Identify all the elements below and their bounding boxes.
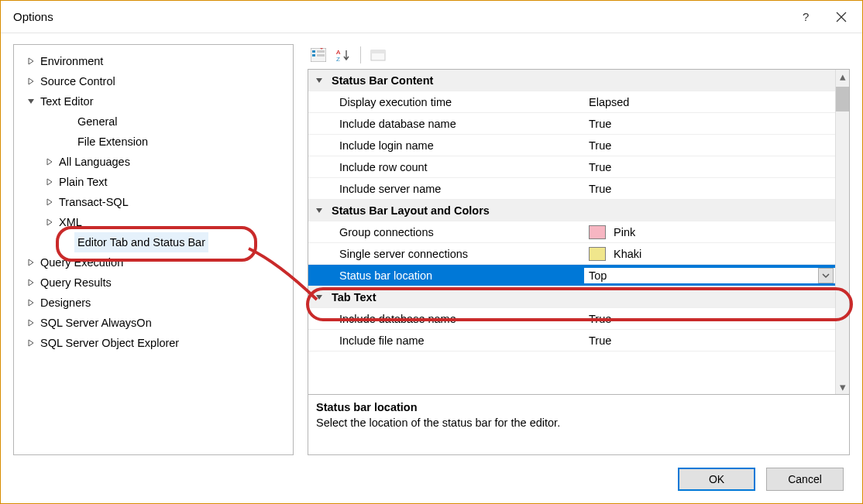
property-row[interactable]: Status bar locationTop	[308, 265, 835, 286]
dialog-body: EnvironmentSource ControlText EditorGene…	[1, 33, 862, 455]
property-name: Display execution time	[330, 96, 584, 108]
property-row[interactable]: Include row countTrue	[308, 156, 835, 178]
property-category[interactable]: Status Bar Content	[308, 70, 835, 91]
property-pages-button[interactable]	[367, 45, 390, 65]
tree-item[interactable]: Plain Text	[19, 172, 288, 192]
property-value[interactable]: True	[584, 313, 835, 325]
tree-item-label: Plain Text	[56, 172, 111, 192]
tree-item-label: Text Editor	[37, 91, 97, 111]
property-name: Tab Text	[330, 291, 835, 303]
scroll-thumb[interactable]	[836, 87, 849, 111]
chevron-down-icon[interactable]	[308, 77, 330, 84]
description-title: Status bar location	[316, 401, 841, 413]
property-value[interactable]: Top	[584, 268, 835, 283]
tree-item[interactable]: Query Results	[19, 273, 288, 293]
chevron-right-icon[interactable]	[25, 319, 37, 327]
property-name: Include database name	[330, 118, 584, 130]
tree-item-label: Designers	[37, 293, 94, 313]
property-value[interactable]: Pink	[584, 225, 835, 239]
property-category[interactable]: Tab Text	[308, 286, 835, 308]
tree-item[interactable]: XML	[19, 212, 288, 232]
tree-item[interactable]: Text Editor	[19, 91, 288, 111]
cancel-button[interactable]: Cancel	[766, 468, 844, 491]
tree-item-label: Environment	[37, 51, 106, 71]
alphabetical-button[interactable]: A Z	[332, 45, 354, 65]
category-tree[interactable]: EnvironmentSource ControlText EditorGene…	[19, 51, 288, 353]
property-value-text: True	[589, 183, 611, 195]
tree-item-label: Query Execution	[37, 252, 126, 273]
property-value[interactable]: True	[584, 183, 835, 195]
tree-item-label: SQL Server AlwaysOn	[37, 313, 155, 333]
tree-item[interactable]: Source Control	[19, 71, 288, 91]
chevron-down-icon	[822, 272, 830, 279]
property-row[interactable]: Include server nameTrue	[308, 178, 835, 200]
property-value-text: True	[589, 313, 611, 325]
close-icon	[836, 12, 847, 22]
tree-item[interactable]: General	[19, 111, 288, 132]
chevron-right-icon[interactable]	[43, 158, 56, 166]
chevron-right-icon[interactable]	[25, 57, 37, 65]
dialog-footer: OK Cancel	[1, 455, 862, 503]
property-name: Include row count	[330, 161, 584, 173]
tree-item[interactable]: Designers	[19, 293, 288, 313]
svg-text:?: ?	[803, 11, 809, 23]
property-grid[interactable]: Status Bar ContentDisplay execution time…	[308, 70, 835, 394]
property-row[interactable]: Display execution timeElapsed	[308, 91, 835, 113]
property-name: Single server connections	[330, 248, 584, 260]
close-button[interactable]	[823, 2, 859, 33]
tree-item-label: XML	[56, 212, 85, 232]
dropdown-button[interactable]	[818, 268, 834, 283]
tree-item[interactable]: SQL Server AlwaysOn	[19, 313, 288, 333]
property-value-text: Elapsed	[589, 96, 629, 108]
chevron-right-icon[interactable]	[43, 218, 56, 226]
property-value[interactable]: True	[584, 139, 835, 152]
chevron-right-icon[interactable]	[25, 299, 37, 307]
options-dialog: Options ? EnvironmentSource ControlText …	[0, 0, 863, 504]
tree-item[interactable]: File Extension	[19, 132, 288, 152]
property-row[interactable]: Include login nameTrue	[308, 135, 835, 156]
chevron-right-icon[interactable]	[25, 77, 37, 85]
property-row[interactable]: Group connectionsPink	[308, 221, 835, 243]
categorized-button[interactable]: +	[308, 45, 329, 65]
tree-item-label: Editor Tab and Status Bar	[74, 232, 208, 252]
tree-item[interactable]: Transact-SQL	[19, 192, 288, 212]
property-grid-scrollbar[interactable]: ▴ ▾	[835, 70, 849, 394]
window-title: Options	[13, 10, 788, 23]
tree-item[interactable]: Editor Tab and Status Bar	[19, 232, 288, 252]
property-row[interactable]: Single server connectionsKhaki	[308, 243, 835, 265]
help-button[interactable]: ?	[788, 2, 823, 33]
property-row[interactable]: Include database nameTrue	[308, 113, 835, 135]
property-grid-container: Status Bar ContentDisplay execution time…	[308, 69, 850, 395]
property-name: Group connections	[330, 226, 584, 238]
tree-item-label: Source Control	[37, 71, 119, 91]
property-row[interactable]: Include database nameTrue	[308, 308, 835, 330]
chevron-right-icon[interactable]	[43, 198, 56, 206]
chevron-right-icon[interactable]	[25, 279, 37, 286]
svg-rect-12	[371, 50, 385, 53]
tree-item[interactable]: SQL Server Object Explorer	[19, 333, 288, 353]
chevron-right-icon[interactable]	[25, 339, 37, 347]
property-description: Status bar location Select the location …	[308, 395, 850, 455]
property-value[interactable]: True	[584, 118, 835, 130]
description-text: Select the location of the status bar fo…	[316, 417, 841, 429]
chevron-right-icon[interactable]	[25, 259, 37, 266]
chevron-down-icon[interactable]	[308, 293, 330, 301]
property-category[interactable]: Status Bar Layout and Colors	[308, 200, 835, 221]
chevron-down-icon[interactable]	[25, 98, 37, 105]
chevron-right-icon[interactable]	[43, 178, 56, 186]
property-value[interactable]: True	[584, 161, 835, 173]
category-tree-panel: EnvironmentSource ControlText EditorGene…	[13, 44, 294, 455]
alphabetical-icon: A Z	[335, 48, 351, 62]
property-value[interactable]: Elapsed	[584, 96, 835, 108]
tree-item[interactable]: Query Execution	[19, 252, 288, 273]
svg-text:A: A	[336, 49, 341, 56]
property-name: Status bar location	[330, 269, 584, 282]
property-row[interactable]: Include file nameTrue	[308, 330, 835, 351]
tree-item[interactable]: All Languages	[19, 152, 288, 172]
property-value[interactable]: Khaki	[584, 247, 835, 261]
tree-item-label: Query Results	[37, 273, 115, 293]
property-value[interactable]: True	[584, 334, 835, 347]
ok-button[interactable]: OK	[678, 468, 755, 491]
tree-item[interactable]: Environment	[19, 51, 288, 71]
chevron-down-icon[interactable]	[308, 207, 330, 214]
